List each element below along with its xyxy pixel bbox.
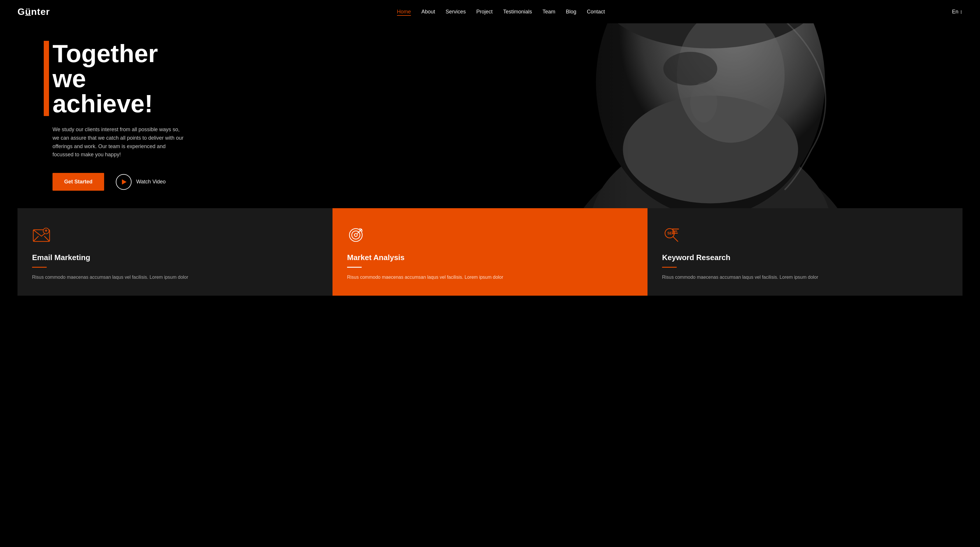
play-circle-icon — [116, 174, 132, 190]
nav-item-testimonials[interactable]: Testimonials — [503, 9, 532, 15]
services-grid: Email Marketing Risus commodo maecenas a… — [18, 208, 963, 296]
service-desc-email: Risus commodo maecenas accumsan laqus ve… — [32, 274, 318, 281]
service-underline-keyword — [662, 267, 677, 268]
navbar: Günter Home About Services Project Testi… — [0, 0, 980, 23]
service-underline-email — [32, 267, 47, 268]
services-section: Email Marketing Risus commodo maecenas a… — [0, 208, 980, 296]
nav-item-project[interactable]: Project — [476, 9, 493, 15]
nav-link-about[interactable]: About — [422, 9, 435, 14]
logo[interactable]: Günter — [18, 6, 50, 17]
play-triangle-icon — [122, 179, 127, 184]
hero-image — [441, 23, 980, 208]
language-selector[interactable]: En ↕ — [952, 9, 963, 15]
nav-item-home[interactable]: Home — [397, 9, 411, 15]
svg-rect-10 — [441, 23, 980, 208]
service-desc-keyword: Risus commodo maecenas accumsan laqus ve… — [662, 274, 948, 281]
nav-item-about[interactable]: About — [422, 9, 435, 15]
hero-title: Together we achieve! — [52, 41, 187, 116]
nav-item-contact[interactable]: Contact — [587, 9, 605, 15]
service-card-email-marketing: Email Marketing Risus commodo maecenas a… — [18, 208, 332, 296]
nav-link-home[interactable]: Home — [397, 9, 411, 16]
nav-link-contact[interactable]: Contact — [587, 9, 605, 14]
service-card-market-analysis: Market Analysis Risus commodo maecenas a… — [332, 208, 648, 296]
watch-video-label: Watch Video — [136, 179, 165, 185]
nav-item-blog[interactable]: Blog — [566, 9, 576, 15]
person-illustration — [441, 23, 980, 208]
nav-item-services[interactable]: Services — [445, 9, 466, 15]
nav-link-testimonials[interactable]: Testimonials — [503, 9, 532, 14]
hero-content: Together we achieve! We study our client… — [0, 23, 204, 208]
service-title-email: Email Marketing — [32, 253, 318, 262]
service-title-market: Market Analysis — [347, 253, 633, 262]
svg-rect-23 — [672, 229, 679, 229]
service-card-keyword-research: SEO Keyword Research Risus commodo maece… — [648, 208, 963, 296]
hero-description: We study our clients interest from all p… — [52, 126, 187, 159]
svg-line-13 — [33, 236, 38, 242]
email-marketing-icon — [32, 226, 51, 244]
nav-item-team[interactable]: Team — [542, 9, 555, 15]
service-title-keyword: Keyword Research — [662, 253, 948, 262]
svg-point-19 — [355, 234, 357, 237]
nav-links: Home About Services Project Testimonials… — [397, 9, 605, 15]
service-desc-market: Risus commodo maecenas accumsan laqus ve… — [347, 274, 633, 281]
hero-section: Together we achieve! We study our client… — [0, 23, 980, 208]
watch-video-button[interactable]: Watch Video — [116, 174, 165, 190]
get-started-button[interactable]: Get Started — [52, 173, 104, 191]
nav-link-project[interactable]: Project — [476, 9, 493, 14]
keyword-research-icon: SEO — [662, 226, 681, 244]
orange-accent-bar — [44, 41, 49, 116]
svg-line-22 — [673, 237, 678, 242]
hero-actions: Get Started Watch Video — [52, 173, 187, 191]
service-underline-market — [347, 267, 362, 268]
svg-text:SEO: SEO — [667, 231, 675, 235]
nav-link-services[interactable]: Services — [445, 9, 466, 14]
svg-line-14 — [45, 236, 49, 242]
nav-link-blog[interactable]: Blog — [566, 9, 576, 14]
market-analysis-icon — [347, 226, 366, 244]
nav-link-team[interactable]: Team — [542, 9, 555, 14]
